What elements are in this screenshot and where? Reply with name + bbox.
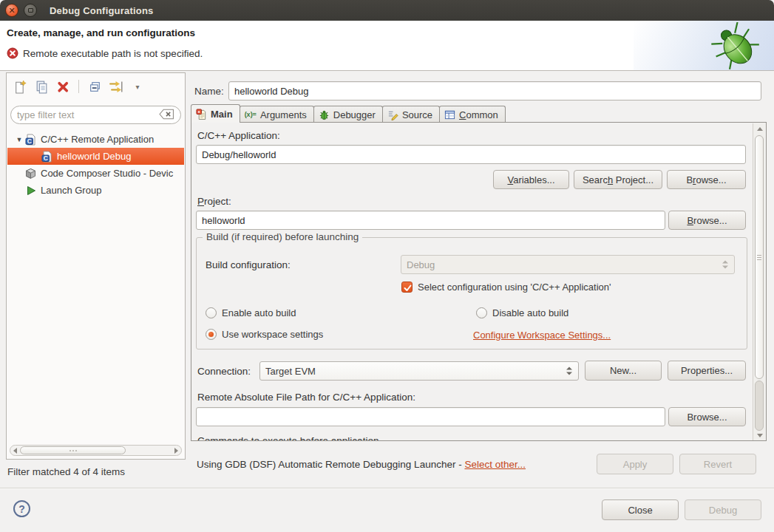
source-icon — [387, 109, 398, 120]
build-configuration-select[interactable]: Debug — [401, 255, 735, 274]
dialog-footer: ? Close Debug — [0, 488, 774, 532]
tree-item-launch-group[interactable]: Launch Group — [7, 182, 184, 199]
browse-remote-path-button[interactable]: Browse... — [668, 407, 746, 426]
vertical-scrollbar-thumb[interactable] — [755, 135, 764, 379]
maximize-window-button[interactable] — [24, 4, 37, 17]
debug-button[interactable]: Debug — [685, 499, 761, 520]
build-configuration-value: Debug — [407, 259, 435, 270]
revert-button[interactable]: Revert — [679, 454, 756, 474]
launch-group-icon — [24, 185, 37, 197]
radio-unselected-icon[interactable] — [476, 307, 487, 318]
new-connection-button[interactable]: New... — [585, 361, 662, 381]
tab-source[interactable]: Source — [382, 106, 440, 123]
radio-label: Disable auto build — [492, 307, 568, 318]
tree-item-code-composer-studio[interactable]: Code Composer Studio - Devic — [7, 165, 184, 182]
configurations-tree: ▼ C C/C++ Remote Application C helloworl… — [7, 131, 184, 199]
tab-common[interactable]: Common — [439, 106, 506, 123]
tab-label: Arguments — [260, 109, 307, 120]
tab-label: Main — [211, 109, 233, 120]
scroll-left-arrow[interactable] — [13, 448, 17, 454]
error-message: Remote executable path is not specified. — [23, 48, 203, 59]
delete-configuration-icon[interactable] — [55, 79, 70, 94]
remote-path-label: Remote Absolute File Path for C/C++ Appl… — [197, 392, 415, 403]
checkbox-label: Select configuration using 'C/C++ Applic… — [418, 282, 611, 293]
connection-select[interactable]: Target EVM — [259, 361, 579, 381]
launcher-status: Using GDB (DSF) Automatic Remote Debuggi… — [197, 459, 526, 470]
name-input[interactable] — [228, 81, 761, 100]
radio-label: Enable auto build — [222, 307, 296, 318]
checkbox-checked-icon[interactable] — [401, 282, 413, 293]
spinner-arrows-icon — [722, 261, 728, 269]
tab-label: Common — [459, 109, 498, 120]
filter-launch-configurations-icon[interactable] — [109, 79, 123, 94]
cpp-application-input[interactable] — [196, 145, 746, 164]
build-before-launch-group: Build (if required) before launching Bui… — [196, 237, 747, 349]
tab-bar: x Main (x)= Arguments Debugger Source Co… — [191, 104, 505, 123]
search-project-button[interactable]: Search Project... — [574, 170, 662, 189]
cube-icon — [24, 168, 37, 180]
tree-item-helloworld-debug[interactable]: C helloworld Debug — [7, 148, 184, 165]
tab-debugger[interactable]: Debugger — [313, 106, 383, 123]
tab-main[interactable]: x Main — [191, 104, 240, 123]
tree-item-label: helloworld Debug — [57, 151, 131, 162]
svg-text:x: x — [198, 109, 201, 114]
tree-item-cpp-remote-application[interactable]: ▼ C C/C++ Remote Application — [7, 131, 184, 148]
configurations-sidebar: ▾ ▼ C C/C++ Remote Application C hellowo… — [6, 72, 186, 460]
close-button[interactable]: Close — [602, 499, 679, 520]
select-other-launcher-link[interactable]: Select other... — [464, 459, 526, 470]
clear-filter-icon[interactable] — [159, 109, 174, 122]
svg-text:C: C — [27, 137, 32, 145]
tab-arguments[interactable]: (x)= Arguments — [240, 106, 314, 123]
connection-value: Target EVM — [265, 366, 316, 377]
horizontal-scrollbar-thumb[interactable] — [20, 446, 126, 454]
help-button[interactable]: ? — [13, 500, 30, 517]
remote-path-input[interactable] — [196, 407, 665, 426]
scroll-down-arrow[interactable] — [753, 430, 766, 441]
disable-auto-build-radio-row[interactable]: Disable auto build — [476, 307, 568, 318]
main-tab-content: C/C++ Application: Variables... Search P… — [191, 122, 767, 441]
c-application-icon: C — [24, 134, 37, 146]
horizontal-scrollbar[interactable] — [10, 445, 182, 456]
c-application-icon: C — [41, 151, 53, 163]
browse-application-button[interactable]: Browse... — [667, 170, 746, 189]
build-group-legend: Build (if required) before launching — [203, 231, 362, 242]
new-launch-configuration-icon[interactable] — [13, 79, 27, 94]
close-window-button[interactable]: ✕ — [5, 4, 18, 17]
scroll-right-arrow[interactable] — [174, 448, 178, 454]
duplicate-configuration-icon[interactable] — [34, 79, 49, 94]
tree-item-label: Launch Group — [41, 185, 101, 196]
enable-auto-build-radio-row[interactable]: Enable auto build — [206, 307, 296, 318]
radio-unselected-icon[interactable] — [206, 307, 217, 318]
connection-properties-button[interactable]: Properties... — [668, 361, 746, 381]
toolbar-menu-dropdown-icon[interactable]: ▾ — [130, 79, 145, 94]
configure-workspace-settings-link[interactable]: Configure Workspace Settings... — [473, 330, 611, 341]
filter-input[interactable] — [17, 109, 156, 120]
spinner-arrows-icon — [566, 367, 572, 375]
tab-label: Debugger — [333, 109, 376, 120]
variables-button[interactable]: Variables... — [493, 170, 569, 189]
apply-button[interactable]: Apply — [597, 454, 673, 474]
tree-item-label: C/C++ Remote Application — [41, 134, 154, 145]
tab-label: Source — [402, 109, 432, 120]
collapse-all-icon[interactable] — [87, 79, 102, 94]
radio-label: Use workspace settings — [222, 329, 323, 340]
toolbar-separator — [78, 80, 79, 93]
commands-before-application-label: Commands to execute before application — [197, 435, 378, 441]
select-configuration-checkbox-row[interactable]: Select configuration using 'C/C++ Applic… — [401, 282, 611, 293]
arguments-icon: (x)= — [245, 111, 257, 118]
browse-project-button[interactable]: Browse... — [668, 211, 746, 230]
header-banner: Create, manage, and run configurations R… — [0, 21, 774, 71]
debugger-bug-icon — [319, 109, 330, 120]
radio-selected-icon[interactable] — [206, 329, 217, 340]
bug-image — [706, 22, 767, 69]
vertical-scrollbar[interactable] — [753, 123, 765, 441]
use-workspace-settings-radio-row[interactable]: Use workspace settings — [206, 329, 323, 340]
vertical-scrollbar-track[interactable] — [755, 381, 764, 431]
connection-label: Connection: — [197, 366, 251, 377]
main-tab-icon: x — [196, 109, 207, 120]
project-input[interactable] — [196, 211, 665, 230]
scroll-up-arrow[interactable] — [753, 123, 766, 134]
build-configuration-label: Build configuration: — [206, 259, 291, 270]
expand-collapse-icon[interactable]: ▼ — [14, 136, 24, 143]
svg-text:C: C — [44, 154, 48, 162]
